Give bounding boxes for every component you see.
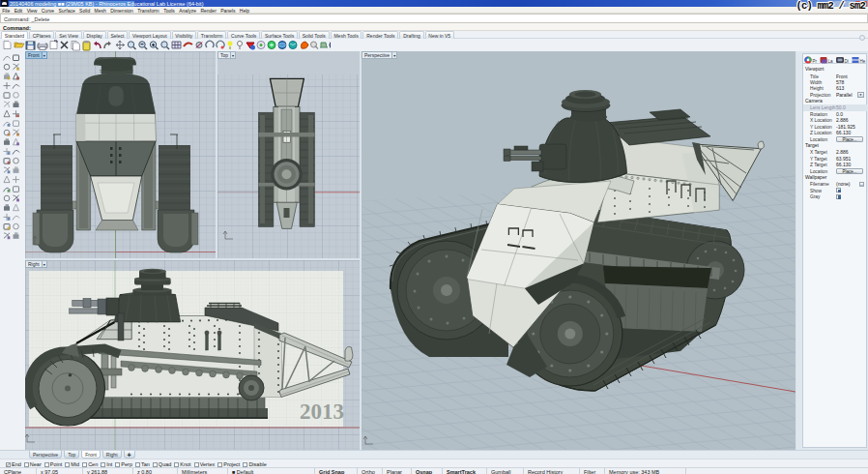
svg-text:Di: Di (845, 59, 849, 64)
svg-text:Pr: Pr (813, 59, 818, 64)
svg-text:La: La (828, 59, 834, 64)
svg-text:2013: 2013 (300, 400, 344, 424)
svg-text:He: He (860, 59, 866, 64)
